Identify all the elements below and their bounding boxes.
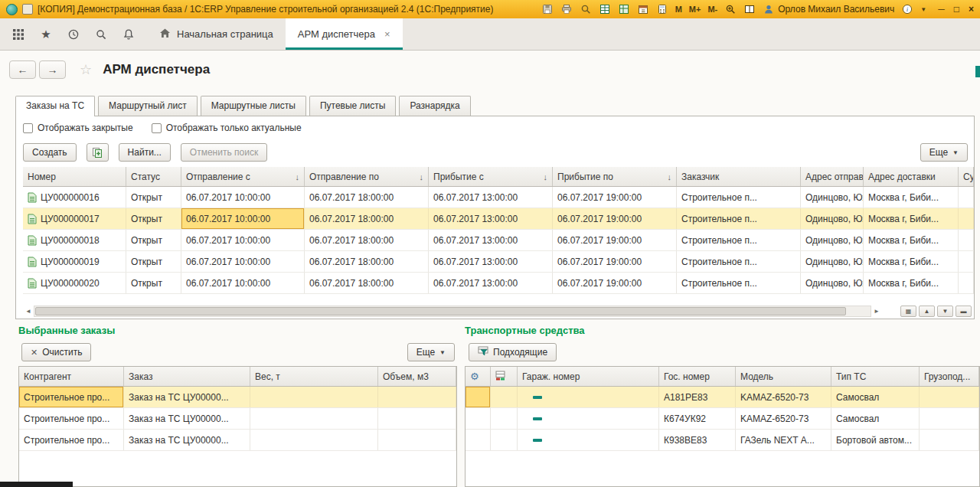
memory-m-minus-button[interactable]: М- xyxy=(707,5,717,14)
cell-availability[interactable] xyxy=(491,408,518,429)
main-menu-icon[interactable] xyxy=(22,4,33,15)
forward-button[interactable]: → xyxy=(39,60,66,79)
cell-availability[interactable] xyxy=(491,387,518,407)
cell-garage[interactable] xyxy=(518,387,659,407)
cell-capacity[interactable] xyxy=(920,408,979,429)
move-down-button[interactable]: ▼ xyxy=(937,306,953,317)
column-header-arr-to[interactable]: Прибытие по ↓ xyxy=(553,167,677,186)
column-header-dep-to[interactable]: Отправление по ↓ xyxy=(305,167,429,186)
cell-order[interactable]: Заказ на ТС ЦУ00000... xyxy=(124,408,250,429)
cell-addr-to[interactable]: Москва г, Биби... xyxy=(864,273,959,293)
cell-addr-from[interactable]: Одинцово, Юж... xyxy=(801,273,864,293)
calendar-icon[interactable] xyxy=(637,3,649,15)
cell-extra[interactable] xyxy=(959,187,974,208)
cell-addr-to[interactable]: Москва г, Биби... xyxy=(864,230,959,250)
cell-capacity[interactable] xyxy=(920,387,979,407)
cell-plate[interactable]: К674УК92 xyxy=(659,408,736,429)
cell-number[interactable]: ЦУ000000020 xyxy=(23,273,126,293)
cell-status[interactable]: Открыт xyxy=(126,208,181,229)
column-header-number[interactable]: Номер xyxy=(23,167,126,186)
cell-addr-from[interactable]: Одинцово, Юж... xyxy=(801,208,864,229)
create-button[interactable]: Создать xyxy=(23,143,77,162)
cell-dep-from[interactable]: 06.07.2017 10:00:00 xyxy=(181,251,305,272)
cell-capacity[interactable] xyxy=(920,430,979,450)
column-header-settings[interactable]: ⚙ xyxy=(466,367,491,386)
notifications-icon[interactable] xyxy=(115,18,142,50)
cell-customer[interactable]: Строительное п... xyxy=(677,251,801,272)
cell-addr-to[interactable]: Москва г, Биби... xyxy=(864,208,959,229)
cell-arr-from[interactable]: 06.07.2017 13:00:00 xyxy=(429,251,553,272)
close-button[interactable]: × xyxy=(969,4,974,15)
cell-type[interactable]: Самосвал xyxy=(831,408,920,429)
cell-number[interactable]: ЦУ000000017 xyxy=(23,208,126,229)
minimize-button[interactable]: ─ xyxy=(938,4,945,15)
more-button[interactable]: Еще ▼ xyxy=(920,143,968,162)
history-icon[interactable] xyxy=(60,18,87,50)
find-button[interactable]: Найти... xyxy=(119,143,171,162)
cell-order[interactable]: Заказ на ТС ЦУ00000... xyxy=(124,430,250,450)
cell-availability[interactable] xyxy=(491,430,518,450)
split-window-icon[interactable] xyxy=(743,3,756,15)
panel-edge-accent[interactable] xyxy=(975,66,980,77)
cell-arr-from[interactable]: 06.07.2017 13:00:00 xyxy=(429,230,553,250)
spreadsheet-icon[interactable] xyxy=(618,3,630,15)
tab-assignment[interactable]: Разнарядка xyxy=(399,96,470,116)
column-header-addr-from[interactable]: Адрес отправле... xyxy=(801,167,864,186)
scroll-left-icon[interactable]: ◄ xyxy=(23,306,34,317)
cell-arr-from[interactable]: 06.07.2017 13:00:00 xyxy=(429,187,553,208)
cell-weight[interactable] xyxy=(250,430,378,450)
save-icon[interactable] xyxy=(541,3,554,15)
vehicle-row[interactable]: К674УК92 KAMAZ-6520-73 Самосвал xyxy=(466,408,979,430)
memory-m-plus-button[interactable]: М+ xyxy=(689,5,701,14)
cell-arr-to[interactable]: 06.07.2017 19:00:00 xyxy=(553,230,677,250)
vehicle-row-selected[interactable]: А181РЕ83 KAMAZ-6520-73 Самосвал xyxy=(466,387,979,408)
tab-home[interactable]: Начальная страница xyxy=(147,18,286,50)
vehicle-row[interactable]: К938ВЕ83 ГАЗель NEXT А... Бортовой автом… xyxy=(466,430,979,451)
cell-arr-to[interactable]: 06.07.2017 19:00:00 xyxy=(553,208,677,229)
cell-number[interactable]: ЦУ000000019 xyxy=(23,251,126,272)
column-header-volume[interactable]: Объем, м3 xyxy=(378,367,456,386)
cell-contractor-focused[interactable]: Строительное про... xyxy=(19,387,124,407)
column-header-garage[interactable]: Гараж. номер xyxy=(518,367,659,386)
column-header-plate[interactable]: Гос. номер xyxy=(659,367,736,386)
column-header-addr-to[interactable]: Адрес доставки xyxy=(864,167,959,186)
info-icon[interactable]: i xyxy=(901,3,913,15)
cell-arr-to[interactable]: 06.07.2017 19:00:00 xyxy=(553,251,677,272)
checkbox-show-actual[interactable]: Отображать только актуальные xyxy=(152,123,302,133)
back-button[interactable]: ← xyxy=(9,60,36,79)
cell-arr-to[interactable]: 06.07.2017 19:00:00 xyxy=(553,273,677,293)
cell-addr-from[interactable]: Одинцово, Юж... xyxy=(801,230,864,250)
cell-customer[interactable]: Строительное п... xyxy=(677,208,801,229)
calculator-icon[interactable] xyxy=(656,3,668,15)
favorites-icon[interactable]: ★ xyxy=(32,18,60,50)
cell-arr-from[interactable]: 06.07.2017 13:00:00 xyxy=(429,273,553,293)
current-user[interactable]: Орлов Михаил Васильевич xyxy=(763,3,894,15)
cell-number[interactable]: ЦУ000000016 xyxy=(23,187,126,208)
column-header-type[interactable]: Тип ТС xyxy=(831,367,920,386)
column-header-arr-from[interactable]: Прибытие с ↓ xyxy=(429,167,553,186)
cell-dep-to[interactable]: 06.07.2017 18:00:00 xyxy=(305,208,429,229)
cell-model[interactable]: KAMAZ-6520-73 xyxy=(736,387,831,407)
zoom-in-icon[interactable] xyxy=(724,3,737,15)
cell-type[interactable]: Самосвал xyxy=(831,387,920,407)
cell-model[interactable]: KAMAZ-6520-73 xyxy=(736,408,831,429)
move-up-button[interactable]: ▲ xyxy=(919,306,935,317)
info-caret-icon[interactable]: ▼ xyxy=(920,6,926,13)
cell-weight[interactable] xyxy=(250,387,378,407)
cell-dep-from-focused[interactable]: 06.07.2017 10:00:00 xyxy=(181,208,305,229)
cell-extra[interactable] xyxy=(959,273,974,293)
collapse-button[interactable]: ▬ xyxy=(956,306,972,317)
create-copy-button[interactable] xyxy=(87,143,109,162)
cell-customer[interactable]: Строительное п... xyxy=(677,230,801,250)
tab-route-sheets[interactable]: Маршрутные листы xyxy=(201,96,306,116)
cell-dep-from[interactable]: 06.07.2017 10:00:00 xyxy=(181,273,305,293)
cell-contractor[interactable]: Строительное про... xyxy=(19,408,124,429)
clear-button[interactable]: ✕ Очистить xyxy=(21,343,91,361)
cell-volume[interactable] xyxy=(378,408,456,429)
order-row[interactable]: ЦУ000000019 Открыт 06.07.2017 10:00:00 0… xyxy=(23,251,974,273)
more-button-selected-orders[interactable]: Еще ▼ xyxy=(407,343,455,361)
cell-dep-to[interactable]: 06.07.2017 18:00:00 xyxy=(305,230,429,250)
cell-dep-to[interactable]: 06.07.2017 18:00:00 xyxy=(305,251,429,272)
search-icon[interactable] xyxy=(87,18,115,50)
cell-contractor[interactable]: Строительное про... xyxy=(19,430,124,450)
